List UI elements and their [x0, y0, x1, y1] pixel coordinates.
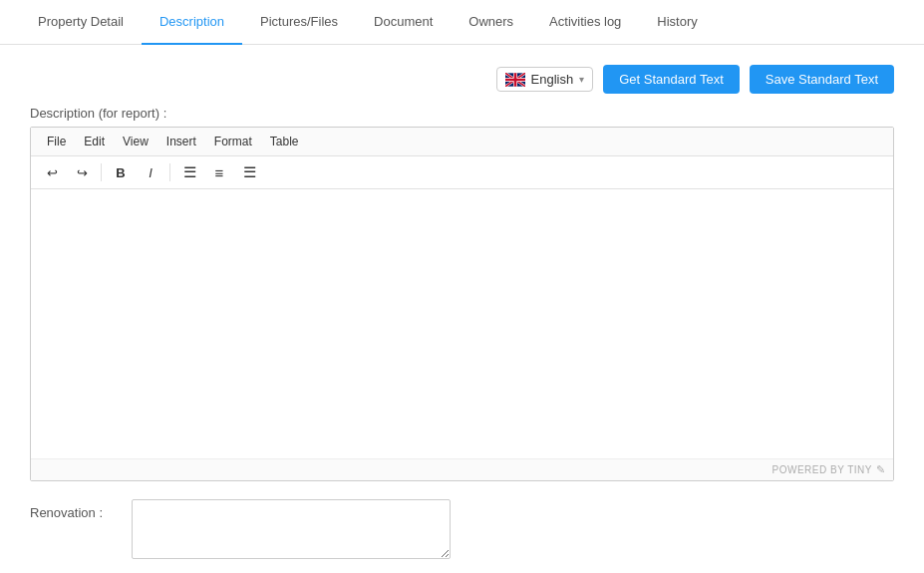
- editor-menubar: File Edit View Insert Format Table: [31, 128, 893, 156]
- editor-body[interactable]: [31, 189, 893, 458]
- description-label-row: Description (for report) :: [30, 106, 894, 121]
- powered-by-label: POWERED BY TINY: [772, 464, 872, 475]
- align-center-icon: ≡: [215, 164, 224, 181]
- editor-toolbar: ↩ ↪ B I ☰ ≡ ☰: [31, 156, 893, 189]
- menu-format[interactable]: Format: [206, 132, 260, 151]
- align-left-button[interactable]: ☰: [176, 160, 202, 184]
- rich-text-editor: File Edit View Insert Format Table ↩ ↪ B…: [30, 127, 894, 481]
- tab-history[interactable]: History: [639, 0, 715, 45]
- tab-document[interactable]: Document: [356, 0, 451, 45]
- description-label: Description (for report) :: [30, 106, 189, 121]
- menu-view[interactable]: View: [115, 132, 156, 151]
- tab-property-detail[interactable]: Property Detail: [20, 0, 142, 45]
- align-left-icon: ☰: [183, 163, 196, 181]
- align-right-icon: ☰: [243, 163, 256, 181]
- align-center-button[interactable]: ≡: [206, 160, 232, 184]
- renovation-section: Renovation :: [30, 499, 894, 559]
- undo-button[interactable]: ↩: [39, 160, 65, 184]
- redo-button[interactable]: ↪: [69, 160, 95, 184]
- language-selector[interactable]: English ▾: [496, 67, 594, 92]
- tab-owners[interactable]: Owners: [451, 0, 531, 45]
- redo-icon: ↪: [77, 165, 88, 180]
- tabs-nav: Property Detail Description Pictures/Fil…: [0, 0, 924, 45]
- italic-button[interactable]: I: [138, 160, 163, 184]
- edit-icon: ✎: [876, 463, 885, 476]
- get-standard-text-button[interactable]: Get Standard Text: [603, 65, 740, 94]
- main-content: English ▾ Get Standard Text Save Standar…: [0, 45, 924, 573]
- undo-icon: ↩: [47, 165, 58, 180]
- chevron-down-icon: ▾: [579, 74, 584, 85]
- menu-edit[interactable]: Edit: [76, 132, 113, 151]
- tab-pictures-files[interactable]: Pictures/Files: [242, 0, 356, 45]
- menu-file[interactable]: File: [39, 132, 74, 151]
- align-right-button[interactable]: ☰: [236, 160, 262, 184]
- top-controls: English ▾ Get Standard Text Save Standar…: [30, 65, 894, 94]
- toolbar-divider-1: [101, 163, 102, 181]
- bold-button[interactable]: B: [108, 160, 134, 184]
- save-standard-text-button[interactable]: Save Standard Text: [750, 65, 894, 94]
- toolbar-divider-2: [169, 163, 170, 181]
- tab-activities-log[interactable]: Activities log: [531, 0, 639, 45]
- editor-footer: POWERED BY TINY ✎: [31, 458, 893, 480]
- uk-flag-icon: [505, 73, 525, 87]
- renovation-input[interactable]: [132, 499, 451, 559]
- language-label: English: [531, 72, 574, 87]
- tab-description[interactable]: Description: [142, 0, 242, 45]
- italic-icon: I: [149, 165, 153, 180]
- renovation-label: Renovation :: [30, 499, 120, 520]
- menu-insert[interactable]: Insert: [158, 132, 204, 151]
- menu-table[interactable]: Table: [262, 132, 307, 151]
- bold-icon: B: [116, 165, 125, 180]
